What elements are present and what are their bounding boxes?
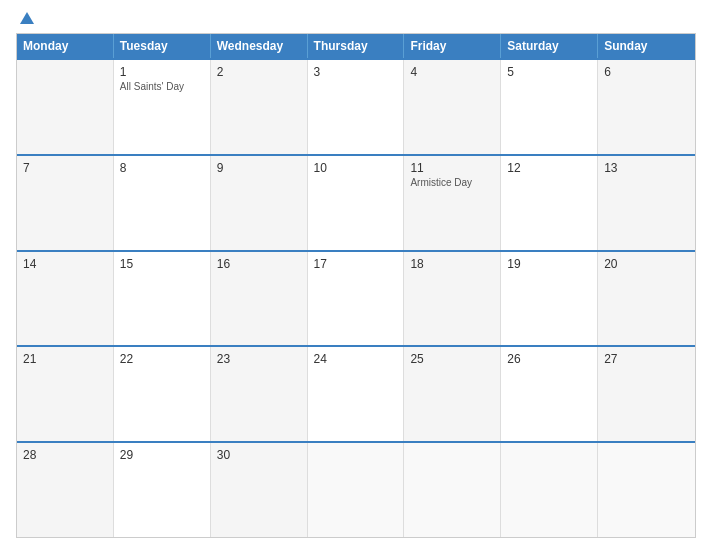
calendar-page: MondayTuesdayWednesdayThursdayFridaySatu…: [0, 0, 712, 550]
calendar-week-2: 7891011Armistice Day1213: [17, 154, 695, 250]
day-number: 13: [604, 161, 689, 175]
calendar-cell: 14: [17, 252, 114, 346]
calendar-cell: [598, 443, 695, 537]
calendar-cell: 18: [404, 252, 501, 346]
page-header: [16, 12, 696, 25]
day-number: 2: [217, 65, 301, 79]
calendar-cell: 2: [211, 60, 308, 154]
logo: [16, 12, 34, 25]
day-number: 11: [410, 161, 494, 175]
calendar-cell: 27: [598, 347, 695, 441]
day-event: Armistice Day: [410, 177, 494, 188]
calendar-cell: 25: [404, 347, 501, 441]
calendar-cell: 1All Saints' Day: [114, 60, 211, 154]
col-header-tuesday: Tuesday: [114, 34, 211, 58]
col-header-saturday: Saturday: [501, 34, 598, 58]
calendar-cell: 16: [211, 252, 308, 346]
calendar-cell: 7: [17, 156, 114, 250]
day-number: 30: [217, 448, 301, 462]
day-number: 18: [410, 257, 494, 271]
day-number: 12: [507, 161, 591, 175]
calendar-cell: 8: [114, 156, 211, 250]
calendar-cell: [17, 60, 114, 154]
day-number: 29: [120, 448, 204, 462]
calendar-header-row: MondayTuesdayWednesdayThursdayFridaySatu…: [17, 34, 695, 58]
calendar-cell: 11Armistice Day: [404, 156, 501, 250]
calendar-cell: 26: [501, 347, 598, 441]
col-header-monday: Monday: [17, 34, 114, 58]
day-number: 24: [314, 352, 398, 366]
calendar-cell: 13: [598, 156, 695, 250]
calendar-cell: 30: [211, 443, 308, 537]
day-number: 27: [604, 352, 689, 366]
calendar-cell: 23: [211, 347, 308, 441]
day-number: 7: [23, 161, 107, 175]
col-header-sunday: Sunday: [598, 34, 695, 58]
calendar-cell: 6: [598, 60, 695, 154]
day-number: 19: [507, 257, 591, 271]
calendar-cell: 3: [308, 60, 405, 154]
day-number: 9: [217, 161, 301, 175]
col-header-wednesday: Wednesday: [211, 34, 308, 58]
calendar-week-3: 14151617181920: [17, 250, 695, 346]
calendar-body: 1All Saints' Day234567891011Armistice Da…: [17, 58, 695, 537]
day-number: 5: [507, 65, 591, 79]
calendar-cell: 9: [211, 156, 308, 250]
day-number: 8: [120, 161, 204, 175]
calendar-cell: 21: [17, 347, 114, 441]
calendar-week-5: 282930: [17, 441, 695, 537]
calendar-cell: 28: [17, 443, 114, 537]
day-number: 4: [410, 65, 494, 79]
calendar-cell: 22: [114, 347, 211, 441]
day-event: All Saints' Day: [120, 81, 204, 92]
day-number: 15: [120, 257, 204, 271]
day-number: 3: [314, 65, 398, 79]
day-number: 1: [120, 65, 204, 79]
calendar-cell: [308, 443, 405, 537]
logo-triangle-icon: [20, 12, 34, 24]
calendar-cell: 4: [404, 60, 501, 154]
day-number: 21: [23, 352, 107, 366]
calendar-cell: 15: [114, 252, 211, 346]
calendar-cell: 24: [308, 347, 405, 441]
calendar-cell: 10: [308, 156, 405, 250]
col-header-friday: Friday: [404, 34, 501, 58]
day-number: 26: [507, 352, 591, 366]
calendar-week-4: 21222324252627: [17, 345, 695, 441]
day-number: 17: [314, 257, 398, 271]
calendar-cell: [404, 443, 501, 537]
day-number: 28: [23, 448, 107, 462]
day-number: 10: [314, 161, 398, 175]
day-number: 6: [604, 65, 689, 79]
calendar-cell: 29: [114, 443, 211, 537]
calendar-cell: 12: [501, 156, 598, 250]
calendar-week-1: 1All Saints' Day23456: [17, 58, 695, 154]
col-header-thursday: Thursday: [308, 34, 405, 58]
day-number: 20: [604, 257, 689, 271]
calendar-cell: 17: [308, 252, 405, 346]
calendar-cell: 20: [598, 252, 695, 346]
day-number: 23: [217, 352, 301, 366]
calendar-cell: 5: [501, 60, 598, 154]
calendar-cell: [501, 443, 598, 537]
day-number: 25: [410, 352, 494, 366]
calendar: MondayTuesdayWednesdayThursdayFridaySatu…: [16, 33, 696, 538]
day-number: 14: [23, 257, 107, 271]
day-number: 16: [217, 257, 301, 271]
day-number: 22: [120, 352, 204, 366]
calendar-cell: 19: [501, 252, 598, 346]
